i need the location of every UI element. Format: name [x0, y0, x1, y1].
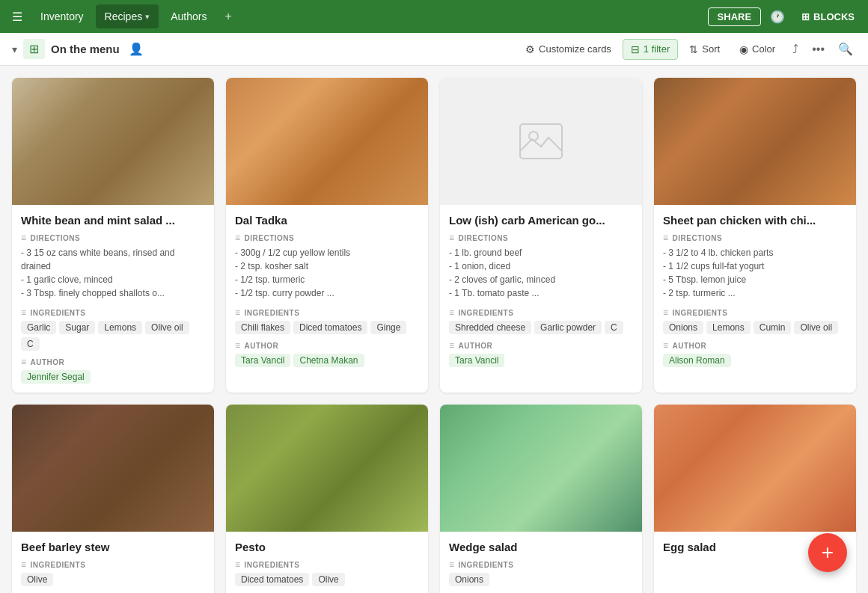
ingredient-tag: Garlic powder — [534, 321, 602, 334]
view-toggle-icon[interactable]: ▾ — [9, 40, 20, 58]
card-body: Dal Tadka ≡ DIRECTIONS - 300g / 1/2 cup … — [226, 205, 428, 376]
recipe-card-beef-barley[interactable]: Beef barley stew ≡ INGREDIENTS Olive — [12, 405, 214, 593]
ingredients-icon: ≡ — [449, 307, 455, 318]
author-tag: Jennifer Segal — [21, 370, 91, 384]
card-title: Wedge salad — [449, 541, 633, 553]
ingredient-tag: Ginge — [370, 321, 406, 334]
card-image — [12, 78, 214, 205]
sort-button[interactable]: ⇅ Sort — [681, 39, 728, 60]
ingredient-tag: Lemons — [98, 321, 142, 334]
ingredient-tag: Sugar — [59, 321, 95, 334]
chevron-down-icon: ▾ — [145, 12, 150, 22]
ingredients-icon: ≡ — [21, 307, 27, 318]
ingredient-tag: Olive — [312, 573, 344, 586]
card-image — [654, 78, 856, 205]
directions-icon: ≡ — [449, 233, 455, 243]
card-authors: Alison Roman — [663, 354, 847, 367]
card-directions: - 3 15 oz cans white beans, rinsed and d… — [21, 246, 205, 300]
card-image — [226, 405, 428, 532]
ingredient-tag: Olive oil — [145, 321, 189, 334]
card-body: White bean and mint salad ... ≡ DIRECTIO… — [12, 205, 214, 393]
author-tag: Alison Roman — [663, 354, 731, 367]
card-authors: Tara VancilChetna Makan — [235, 354, 419, 367]
person-icon: 👤 — [123, 39, 150, 59]
nav-tab-recipes-label: Recipes — [105, 10, 143, 22]
sort-label: Sort — [702, 43, 720, 55]
ingredient-tag: Olive — [21, 573, 53, 586]
nav-tab-inventory-label: Inventory — [40, 10, 84, 22]
more-options-icon[interactable]: ••• — [807, 40, 829, 59]
card-directions: - 300g / 1/2 cup yellow lentils- 2 tsp. … — [235, 246, 419, 300]
search-icon[interactable]: 🔍 — [832, 39, 859, 59]
author-icon: ≡ — [449, 340, 455, 351]
directions-label: ≡ DIRECTIONS — [449, 233, 633, 243]
author-label: ≡ AUTHOR — [21, 357, 205, 367]
card-body: Sheet pan chicken with chi... ≡ DIRECTIO… — [654, 205, 856, 376]
nav-tab-inventory[interactable]: Inventory — [31, 4, 93, 28]
menu-icon[interactable]: ☰ — [6, 5, 28, 28]
customize-cards-button[interactable]: ⚙ Customize cards — [517, 39, 620, 60]
ingredients-label: ≡ INGREDIENTS — [235, 307, 419, 318]
color-label: Color — [752, 43, 775, 55]
ingredient-tag: Shredded cheese — [449, 321, 531, 334]
card-image-placeholder — [440, 78, 642, 205]
recipe-card-white-bean[interactable]: White bean and mint salad ... ≡ DIRECTIO… — [12, 78, 214, 393]
ingredients-icon: ≡ — [235, 559, 241, 570]
ingredients-label: ≡ INGREDIENTS — [235, 559, 419, 570]
recipe-card-wedge-salad[interactable]: Wedge salad ≡ INGREDIENTS Onions — [440, 405, 642, 593]
card-body: Pesto ≡ INGREDIENTS Diced tomatoesOlive — [226, 532, 428, 593]
author-label: ≡ AUTHOR — [663, 340, 847, 351]
nav-tab-authors[interactable]: Authors — [162, 4, 216, 28]
recipe-card-pesto[interactable]: Pesto ≡ INGREDIENTS Diced tomatoesOlive — [226, 405, 428, 593]
svg-point-1 — [529, 132, 538, 141]
card-directions: - 1 lb. ground beef- 1 onion, diced- 2 c… — [449, 246, 633, 300]
ingredient-tag: Onions — [449, 573, 489, 586]
author-icon: ≡ — [235, 340, 241, 351]
ingredient-tag: Cumin — [754, 321, 792, 334]
ingredients-icon: ≡ — [235, 307, 241, 318]
nav-tab-recipes[interactable]: Recipes ▾ — [96, 4, 159, 28]
view-grid-icon[interactable]: ⊞ — [23, 39, 45, 59]
export-icon[interactable]: ⤴ — [786, 40, 804, 59]
ingredient-tag: Diced tomatoes — [235, 573, 309, 586]
recipe-card-dal-tadka[interactable]: Dal Tadka ≡ DIRECTIONS - 300g / 1/2 cup … — [226, 78, 428, 393]
add-tab-icon[interactable]: + — [218, 5, 237, 28]
filter-button[interactable]: ⊟ 1 filter — [623, 39, 678, 60]
card-image — [440, 405, 642, 532]
toolbar: ▾ ⊞ On the menu 👤 ⚙ Customize cards ⊟ 1 … — [0, 33, 868, 66]
ingredients-label: ≡ INGREDIENTS — [21, 307, 205, 318]
history-icon[interactable]: 🕐 — [764, 7, 791, 27]
author-tag: Tara Vancil — [235, 354, 290, 367]
card-image — [654, 405, 856, 532]
customize-icon: ⚙ — [525, 43, 535, 55]
ingredients-label: ≡ INGREDIENTS — [449, 307, 633, 318]
add-fab-button[interactable]: + — [808, 533, 847, 572]
author-icon: ≡ — [21, 357, 27, 367]
card-tags: Shredded cheeseGarlic powderC — [449, 321, 633, 334]
card-tags: Onions — [449, 573, 633, 586]
blocks-label: BLOCKS — [813, 11, 855, 22]
card-tags: Chili flakesDiced tomatoesGinge — [235, 321, 419, 334]
color-button[interactable]: ◉ Color — [731, 39, 783, 60]
ingredients-icon: ≡ — [663, 307, 669, 318]
recipe-card-low-carb[interactable]: Low (ish) carb American go... ≡ DIRECTIO… — [440, 78, 642, 393]
ingredients-label: ≡ INGREDIENTS — [21, 559, 205, 570]
share-button[interactable]: SHARE — [708, 7, 762, 26]
ingredient-tag: Chili flakes — [235, 321, 290, 334]
customize-label: Customize cards — [539, 43, 611, 55]
ingredient-tag: C — [21, 337, 40, 351]
card-image — [12, 405, 214, 532]
ingredients-label: ≡ INGREDIENTS — [449, 559, 633, 570]
cards-grid: White bean and mint salad ... ≡ DIRECTIO… — [0, 66, 868, 593]
blocks-button[interactable]: ⊞ BLOCKS — [794, 8, 862, 25]
nav-tab-authors-label: Authors — [171, 10, 207, 22]
card-tags: OnionsLemonsCuminOlive oil — [663, 321, 847, 334]
card-body: Wedge salad ≡ INGREDIENTS Onions — [440, 532, 642, 593]
ingredients-label: ≡ INGREDIENTS — [663, 307, 847, 318]
blocks-grid-icon: ⊞ — [801, 11, 810, 22]
svg-rect-0 — [520, 124, 562, 159]
recipe-card-sheet-pan-chicken[interactable]: Sheet pan chicken with chi... ≡ DIRECTIO… — [654, 78, 856, 393]
view-title: On the menu — [51, 43, 120, 55]
directions-icon: ≡ — [21, 233, 27, 243]
ingredients-icon: ≡ — [449, 559, 455, 570]
